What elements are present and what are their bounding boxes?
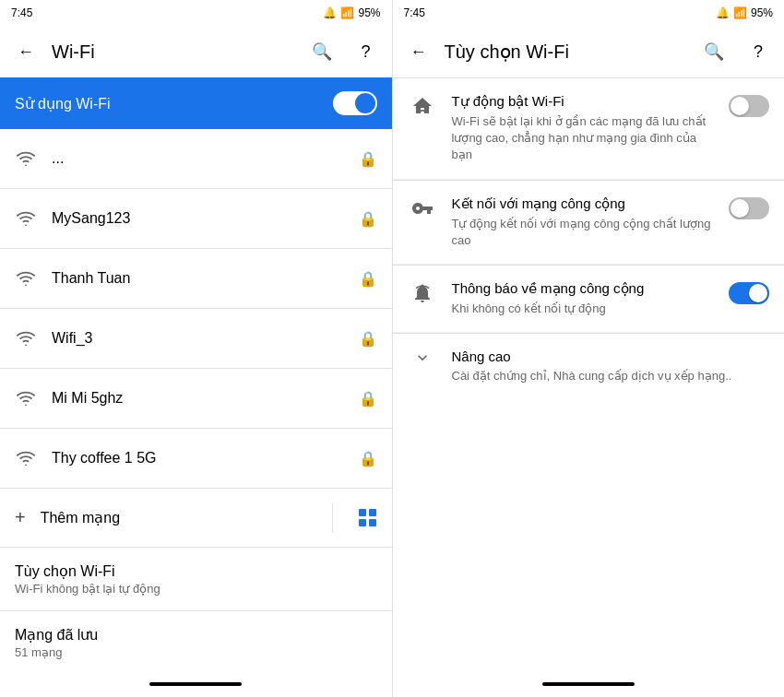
list-item-5[interactable]: Thy coffee 1 5G 🔒 <box>0 429 392 488</box>
bottom-bar-right <box>393 671 785 697</box>
chevron-down-icon <box>408 348 437 367</box>
wifi-icon-2 <box>15 267 37 289</box>
status-icons-left: 🔔 📶 95% <box>323 6 380 19</box>
status-bar-right: 7:45 🔔 📶 95% <box>393 0 785 26</box>
alarm-icon-right: 🔔 <box>716 6 730 19</box>
advanced-sub: Cài đặt chứng chỉ, Nhà cung cấp dịch vụ … <box>452 368 770 384</box>
time-right: 7:45 <box>404 6 425 19</box>
battery-right: 95% <box>751 6 773 19</box>
saved-networks-title: Mạng đã lưu <box>15 626 377 644</box>
auto-wifi-content: Tự động bật Wi-Fi Wi-Fi sẽ bật lại khi ở… <box>452 93 715 164</box>
notify-public-toggle[interactable] <box>729 282 769 304</box>
auto-wifi-toggle[interactable] <box>729 95 769 117</box>
lock-icon-4: 🔒 <box>359 390 377 408</box>
lock-icon-0: 🔒 <box>359 150 377 168</box>
public-network-thumb <box>731 199 749 218</box>
public-network-content: Kết nối với mạng công cộng Tự động kết n… <box>452 195 715 249</box>
saved-networks-item[interactable]: Mạng đã lưu 51 mạng <box>0 611 392 671</box>
status-bar-left: 7:45 🔔 📶 95% <box>0 0 392 26</box>
search-button-right[interactable]: 🔍 <box>695 33 732 70</box>
home-indicator-left <box>149 682 242 686</box>
public-network-title: Kết nối với mạng công cộng <box>452 195 715 212</box>
time-left: 7:45 <box>11 6 32 19</box>
public-network-item[interactable]: Kết nối với mạng công cộng Tự động kết n… <box>393 181 785 265</box>
separator <box>332 503 333 533</box>
top-bar-left: ← Wi-Fi 🔍 ? <box>0 26 392 77</box>
add-network-label: Thêm mạng <box>41 509 317 526</box>
public-network-sub: Tự động kết nối với mạng công cộng chất … <box>452 216 715 249</box>
battery-left: 95% <box>358 6 380 19</box>
left-panel: 7:45 🔔 📶 95% ← Wi-Fi 🔍 ? Sử dụng Wi-Fi <box>0 0 393 697</box>
help-button-left[interactable]: ? <box>348 33 385 70</box>
auto-wifi-toggle-wrap <box>729 93 769 117</box>
page-title-right: Tùy chọn Wi-Fi <box>445 41 689 63</box>
page-title-left: Wi-Fi <box>52 41 296 63</box>
network-name-1: MySang123 <box>52 210 344 227</box>
auto-wifi-title: Tự động bật Wi-Fi <box>452 93 715 110</box>
public-network-toggle[interactable] <box>729 197 769 219</box>
svg-point-2 <box>25 284 27 286</box>
wifi-options-item[interactable]: Tùy chọn Wi-Fi Wi-Fi không bật lại tự độ… <box>0 548 392 611</box>
lock-icon-3: 🔒 <box>359 330 377 348</box>
svg-point-5 <box>25 464 27 466</box>
wifi-main-toggle[interactable] <box>333 91 377 115</box>
qr-icon[interactable] <box>359 509 377 527</box>
status-icons-right: 🔔 📶 95% <box>716 6 773 19</box>
lock-icon-1: 🔒 <box>359 210 377 228</box>
lock-icon-2: 🔒 <box>359 270 377 288</box>
back-button-left[interactable]: ← <box>7 33 44 70</box>
grid-dot-3 <box>359 519 366 526</box>
network-name-0: ... <box>52 150 344 167</box>
auto-wifi-sub: Wi-Fi sẽ bật lại khi ở gần các mạng đã l… <box>452 113 715 164</box>
notify-public-content: Thông báo về mạng công cộng Khi không có… <box>452 280 715 317</box>
lock-icon-5: 🔒 <box>359 450 377 467</box>
wifi-icon-5 <box>15 447 37 469</box>
svg-point-1 <box>25 224 27 226</box>
auto-wifi-item[interactable]: Tự động bật Wi-Fi Wi-Fi sẽ bật lại khi ở… <box>393 78 785 180</box>
alarm-icon: 🔔 <box>323 6 337 19</box>
help-button-right[interactable]: ? <box>740 33 777 70</box>
wifi-icon-4 <box>15 387 37 409</box>
wifi-icon-0 <box>15 148 37 170</box>
grid-dot-4 <box>369 519 376 526</box>
wifi-toggle-row[interactable]: Sử dụng Wi-Fi <box>0 77 392 129</box>
home-indicator-right <box>542 682 635 686</box>
network-list: ... 🔒 MySang123 🔒 <box>0 129 392 671</box>
wifi-toggle-label: Sử dụng Wi-Fi <box>15 95 322 112</box>
list-item-1[interactable]: MySang123 🔒 <box>0 189 392 248</box>
signal-icon-right: 📶 <box>733 6 747 19</box>
settings-list: Tự động bật Wi-Fi Wi-Fi sẽ bật lại khi ở… <box>393 78 785 671</box>
back-button-right[interactable]: ← <box>400 33 437 70</box>
svg-point-0 <box>25 164 27 166</box>
list-item-3[interactable]: Wifi_3 🔒 <box>0 309 392 368</box>
notify-public-item[interactable]: Thông báo về mạng công cộng Khi không có… <box>393 266 785 333</box>
add-icon: + <box>15 507 26 528</box>
top-bar-right: ← Tùy chọn Wi-Fi 🔍 ? <box>393 26 785 77</box>
wifi-icon-3 <box>15 327 37 349</box>
list-item-2[interactable]: Thanh Tuan 🔒 <box>0 249 392 308</box>
advanced-item[interactable]: Nâng cao Cài đặt chứng chỉ, Nhà cung cấp… <box>393 334 785 399</box>
network-name-5: Thy coffee 1 5G <box>52 450 344 467</box>
key-icon <box>408 195 437 219</box>
notify-public-sub: Khi không có kết nối tự động <box>452 301 715 317</box>
list-item-4[interactable]: Mi Mi 5ghz 🔒 <box>0 369 392 428</box>
notify-public-title: Thông báo về mạng công cộng <box>452 280 715 297</box>
bell-wifi-icon <box>408 280 437 304</box>
signal-icon: 📶 <box>340 6 354 19</box>
grid-dot-2 <box>369 509 376 516</box>
list-item-truncated[interactable]: ... 🔒 <box>0 129 392 188</box>
add-network-row[interactable]: + Thêm mạng <box>0 489 392 548</box>
home-wifi-icon <box>408 93 437 117</box>
wifi-icon-1 <box>15 207 37 230</box>
toggle-thumb <box>355 93 375 113</box>
notify-public-thumb <box>749 284 767 302</box>
auto-wifi-thumb <box>731 97 749 115</box>
svg-point-4 <box>25 404 27 406</box>
right-panel: 7:45 🔔 📶 95% ← Tùy chọn Wi-Fi 🔍 ? Tự độ <box>393 0 785 697</box>
saved-networks-sub: 51 mạng <box>15 645 377 659</box>
wifi-options-sub: Wi-Fi không bật lại tự động <box>15 582 377 596</box>
public-network-toggle-wrap <box>729 195 769 219</box>
search-button-left[interactable]: 🔍 <box>303 33 340 70</box>
svg-point-3 <box>25 344 27 346</box>
network-name-3: Wifi_3 <box>52 330 344 347</box>
